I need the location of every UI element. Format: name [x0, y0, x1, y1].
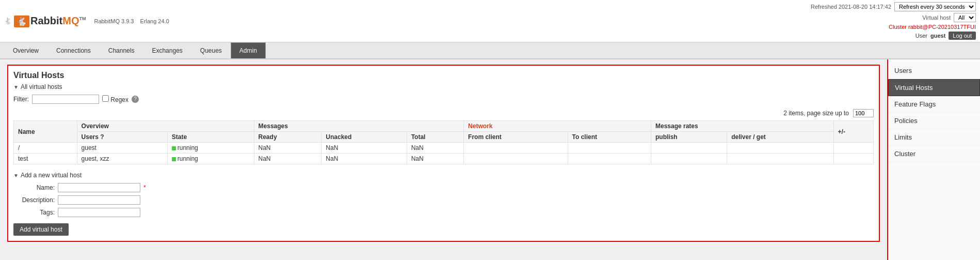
sidebar-item-users[interactable]: Users [888, 63, 980, 79]
topbar: 🐇 🐇RabbitMQTM RabbitMQ 3.9.3 Erlang 24.0… [0, 0, 980, 42]
cell-publish [651, 143, 727, 154]
page-size-input[interactable] [853, 109, 874, 117]
table-info-row: 2 items, page size up to [13, 109, 874, 117]
cell-deliver-get [727, 154, 833, 164]
table-row: / guest running NaN NaN NaN [14, 143, 874, 154]
cell-unacked: NaN [322, 143, 407, 154]
logo: 🐇 🐇RabbitMQTM [4, 15, 86, 27]
tags-form-row: Tags: [13, 208, 874, 217]
cell-users: guest [77, 143, 167, 154]
tab-queues[interactable]: Queues [191, 42, 231, 58]
cell-state: running [167, 143, 254, 154]
sidebar-item-limits[interactable]: Limits [888, 129, 980, 146]
sidebar: Users Virtual Hosts Feature Flags Polici… [887, 59, 980, 260]
running-indicator [172, 157, 176, 161]
col-header-unacked: Unacked [322, 132, 407, 143]
sidebar-item-feature-flags[interactable]: Feature Flags [888, 96, 980, 113]
col-header-plusminus[interactable]: +/- [833, 121, 873, 143]
col-group-messages: Messages [254, 121, 464, 132]
user-name: guest [930, 33, 945, 39]
cell-total: NaN [407, 143, 463, 154]
add-vhost-button[interactable]: Add virtual host [13, 223, 69, 236]
cell-from-client [464, 154, 568, 164]
refresh-select[interactable]: Refresh every 30 seconds [894, 2, 976, 11]
main-layout: Virtual Hosts ▼ All virtual hosts Filter… [0, 59, 980, 260]
col-header-deliver-get: deliver / get [727, 132, 833, 143]
col-header-users: Users ? [77, 132, 167, 143]
add-section-header: ▼ Add a new virtual host [13, 172, 874, 179]
tab-overview[interactable]: Overview [4, 42, 47, 58]
page-title: Virtual Hosts [13, 71, 874, 80]
vhost-select[interactable]: All [954, 13, 976, 22]
help-icon[interactable]: ? [132, 96, 139, 103]
tags-label: Tags: [13, 209, 55, 216]
filter-input[interactable] [32, 95, 99, 104]
rabbitmq-version: RabbitMQ 3.9.3 [94, 18, 134, 24]
cell-name[interactable]: test [14, 154, 77, 164]
cell-to-client [568, 143, 651, 154]
vhost-row: Virtual host All [922, 13, 976, 22]
logo-icon: 🐇 [4, 18, 12, 25]
topbar-right: Refreshed 2021-08-20 14:17:42 Refresh ev… [811, 2, 976, 40]
col-header-name: Name [14, 121, 77, 143]
tab-channels[interactable]: Channels [100, 42, 143, 58]
vhost-label: Virtual host [922, 14, 951, 21]
required-star: * [143, 184, 146, 191]
description-label: Description: [13, 196, 55, 204]
cell-total: NaN [407, 154, 463, 164]
refreshed-label: Refreshed 2021-08-20 14:17:42 [811, 4, 891, 10]
tab-connections[interactable]: Connections [47, 42, 100, 58]
collapse-arrow-icon[interactable]: ▼ [13, 84, 19, 90]
version-info: RabbitMQ 3.9.3 Erlang 24.0 [94, 18, 169, 24]
sidebar-item-virtual-hosts[interactable]: Virtual Hosts [888, 79, 980, 96]
logo-rabbit-text: 🐇RabbitMQTM [14, 15, 86, 27]
cell-from-client [464, 143, 568, 154]
cell-state: running [167, 154, 254, 164]
logo-icon: 🐇 [14, 16, 29, 27]
sidebar-item-cluster[interactable]: Cluster [888, 146, 980, 162]
cell-to-client [568, 154, 651, 164]
cell-ready: NaN [254, 154, 322, 164]
cell-deliver-get [727, 143, 833, 154]
add-section-title: Add a new virtual host [21, 172, 82, 179]
add-collapse-arrow-icon[interactable]: ▼ [13, 173, 19, 178]
running-indicator [172, 146, 176, 150]
logout-button[interactable]: Log out [949, 32, 976, 40]
regex-checkbox[interactable] [102, 95, 109, 102]
col-header-ready: Ready [254, 132, 322, 143]
navbar: Overview Connections Channels Exchanges … [0, 42, 980, 59]
col-group-network: Network [464, 121, 651, 132]
col-header-state: State [167, 132, 254, 143]
vhosts-table: Name Overview Messages Network Message r… [13, 120, 874, 164]
all-vhosts-header: ▼ All virtual hosts [13, 83, 874, 90]
description-input[interactable] [58, 195, 140, 205]
virtual-hosts-box: Virtual Hosts ▼ All virtual hosts Filter… [7, 65, 880, 242]
name-form-row: Name: * [13, 183, 874, 192]
cell-ready: NaN [254, 143, 322, 154]
col-header-from-client: From client [464, 132, 568, 143]
tab-admin[interactable]: Admin [231, 42, 266, 58]
col-header-total: Total [407, 132, 463, 143]
regex-label: Regex [102, 95, 128, 103]
description-form-row: Description: [13, 195, 874, 205]
filter-row: Filter: Regex ? [13, 95, 874, 104]
erlang-version: Erlang 24.0 [140, 18, 169, 24]
name-input[interactable] [58, 183, 140, 192]
refresh-row: Refreshed 2021-08-20 14:17:42 Refresh ev… [811, 2, 976, 11]
col-header-publish: publish [651, 132, 727, 143]
cell-extra [833, 143, 873, 154]
tab-exchanges[interactable]: Exchanges [143, 42, 191, 58]
sidebar-item-policies[interactable]: Policies [888, 113, 980, 129]
content-area: Virtual Hosts ▼ All virtual hosts Filter… [0, 59, 887, 260]
tags-input[interactable] [58, 208, 140, 217]
col-group-overview: Overview [77, 121, 254, 132]
cell-unacked: NaN [322, 154, 407, 164]
table-row: test guest, xzz running NaN NaN NaN [14, 154, 874, 164]
filter-label: Filter: [13, 96, 29, 103]
items-info: 2 items, page size up to [783, 110, 849, 117]
cell-name[interactable]: / [14, 143, 77, 154]
cell-extra [833, 154, 873, 164]
cluster-info: Cluster rabbit@PC-20210317TFUI [889, 24, 976, 30]
user-label: User [915, 33, 927, 39]
cell-users: guest, xzz [77, 154, 167, 164]
